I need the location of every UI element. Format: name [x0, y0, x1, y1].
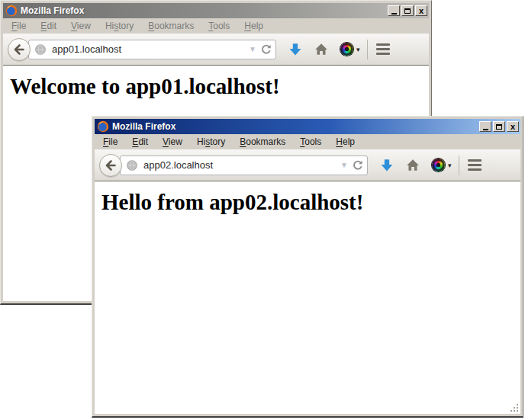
- download-arrow-icon: [380, 159, 394, 172]
- titlebar[interactable]: Mozilla Firefox x: [3, 3, 429, 18]
- reload-icon[interactable]: [352, 159, 364, 172]
- menu-item-view[interactable]: View: [66, 19, 95, 33]
- menu-bar: File Edit View History Bookmarks Tools H…: [3, 18, 429, 34]
- minimize-button[interactable]: [388, 5, 400, 16]
- url-dropdown-icon[interactable]: ▼: [337, 161, 352, 169]
- back-arrow-icon: [13, 43, 25, 56]
- maximize-icon: [496, 124, 502, 130]
- chevron-down-icon: ▾: [448, 162, 452, 169]
- close-button[interactable]: x: [415, 5, 427, 16]
- menu-item-bookmarks[interactable]: Bookmarks: [235, 135, 290, 149]
- hamburger-icon: [376, 43, 390, 55]
- chevron-down-icon: ▾: [356, 46, 360, 53]
- back-button[interactable]: [99, 154, 122, 177]
- menu-item-history[interactable]: History: [192, 135, 230, 149]
- toolbar-separator: [459, 155, 459, 175]
- maximize-button[interactable]: [493, 121, 505, 132]
- url-bar[interactable]: app02.localhost ▼: [120, 155, 368, 175]
- menu-bar: File Edit View History Bookmarks Tools H…: [95, 134, 520, 149]
- app-menu-button[interactable]: [376, 43, 390, 55]
- downloads-button[interactable]: [288, 43, 302, 56]
- close-button[interactable]: x: [507, 121, 519, 132]
- firefox-logo-icon: [97, 120, 109, 133]
- home-button[interactable]: [314, 43, 328, 56]
- menu-item-file[interactable]: File: [98, 135, 122, 149]
- minimize-icon: [483, 129, 488, 130]
- navigation-toolbar: app02.localhost ▼ ▾: [95, 149, 520, 181]
- home-icon: [314, 43, 328, 56]
- maximize-icon: [404, 8, 411, 14]
- menu-item-edit[interactable]: Edit: [127, 135, 153, 149]
- app-menu-button[interactable]: [468, 159, 482, 171]
- addon-button[interactable]: ▾: [340, 43, 360, 56]
- toolbar-separator: [367, 40, 368, 59]
- color-wheel-icon: [432, 159, 445, 172]
- window-title: Mozilla Firefox: [21, 5, 388, 16]
- url-text[interactable]: app02.localhost: [143, 159, 337, 171]
- menu-item-view[interactable]: View: [158, 135, 187, 149]
- resize-grip-icon[interactable]: [509, 402, 520, 413]
- close-icon: x: [419, 7, 424, 15]
- menu-item-history[interactable]: History: [101, 19, 138, 33]
- minimize-icon: [391, 13, 397, 14]
- menu-item-bookmarks[interactable]: Bookmarks: [143, 19, 198, 33]
- home-icon: [406, 159, 420, 172]
- globe-icon[interactable]: [34, 43, 47, 56]
- navigation-toolbar: app01.localhost ▼ ▾: [3, 34, 429, 66]
- download-arrow-icon: [288, 43, 302, 56]
- titlebar[interactable]: Mozilla Firefox x: [95, 119, 520, 134]
- minimize-button[interactable]: [479, 121, 491, 132]
- menu-item-help[interactable]: Help: [240, 19, 268, 33]
- back-button[interactable]: [8, 38, 31, 61]
- addon-button[interactable]: ▾: [432, 159, 452, 172]
- firefox-logo-icon: [5, 5, 18, 17]
- window-title: Mozilla Firefox: [112, 121, 479, 132]
- page-heading: Welcome to app01.localhost!: [10, 74, 429, 99]
- home-button[interactable]: [406, 159, 420, 172]
- hamburger-icon: [468, 159, 482, 171]
- url-bar[interactable]: app01.localhost ▼: [28, 40, 276, 59]
- page-heading: Hello from app02.localhost!: [101, 190, 520, 215]
- menu-item-file[interactable]: File: [7, 19, 31, 33]
- reload-icon[interactable]: [260, 43, 272, 56]
- downloads-button[interactable]: [380, 159, 394, 172]
- back-arrow-icon: [105, 159, 117, 172]
- close-icon: x: [511, 123, 515, 131]
- window-app02[interactable]: Mozilla Firefox x File Edit View History…: [92, 116, 523, 418]
- globe-icon[interactable]: [126, 159, 138, 172]
- color-wheel-icon: [340, 43, 353, 56]
- url-dropdown-icon[interactable]: ▼: [245, 45, 260, 53]
- menu-item-edit[interactable]: Edit: [36, 19, 61, 33]
- menu-item-tools[interactable]: Tools: [204, 19, 234, 33]
- menu-item-help[interactable]: Help: [331, 135, 359, 149]
- maximize-button[interactable]: [401, 5, 414, 16]
- menu-item-tools[interactable]: Tools: [295, 135, 326, 149]
- url-text[interactable]: app01.localhost: [52, 43, 245, 55]
- page-content-app02: Hello from app02.localhost!: [95, 181, 520, 414]
